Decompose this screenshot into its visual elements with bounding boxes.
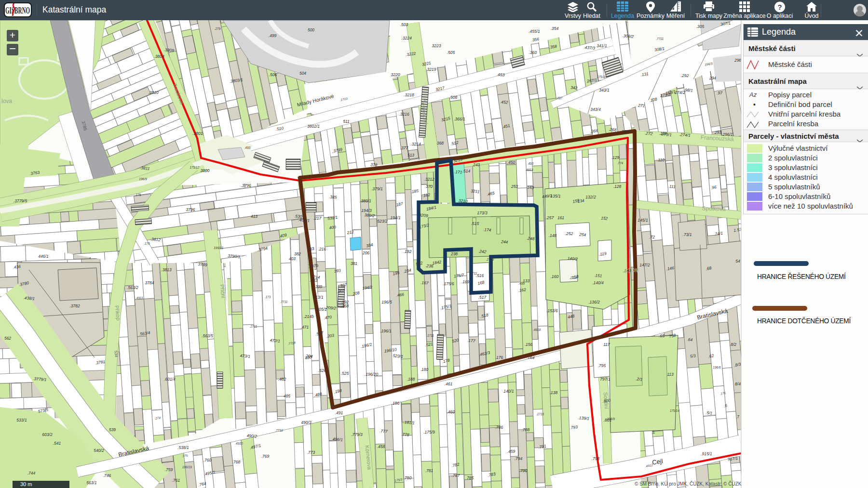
svg-text:.7718: .7718 — [275, 429, 283, 432]
svg-text:.7711: .7711 — [280, 300, 288, 303]
svg-text:.252: .252 — [565, 231, 573, 236]
svg-text:.503: .503 — [400, 22, 408, 27]
svg-text:132/2: 132/2 — [585, 195, 596, 199]
svg-text:.4913: .4913 — [525, 168, 533, 171]
svg-text:196/13: 196/13 — [214, 246, 223, 250]
svg-text:140/1: 140/1 — [503, 389, 514, 394]
svg-text:3796: 3796 — [186, 207, 195, 212]
svg-text:.188: .188 — [407, 377, 415, 382]
svg-text:.450: .450 — [507, 160, 515, 165]
svg-text:147/2: 147/2 — [639, 263, 650, 267]
svg-text:3219: 3219 — [427, 67, 436, 72]
svg-text:298: 298 — [734, 58, 741, 63]
svg-text:.798: .798 — [592, 456, 600, 461]
svg-text:.779/3: .779/3 — [351, 432, 363, 437]
svg-text:500: 500 — [308, 27, 314, 32]
svg-text:.175/6: .175/6 — [443, 281, 454, 286]
svg-text:382: 382 — [294, 251, 301, 256]
svg-text:.274/1: .274/1 — [679, 132, 691, 138]
svg-text:.2718: .2718 — [570, 276, 578, 279]
svg-text:.563/5: .563/5 — [202, 333, 213, 338]
svg-text:.377: .377 — [400, 145, 408, 150]
svg-text:.601/4: .601/4 — [164, 377, 176, 382]
svg-text:.111: .111 — [668, 184, 676, 189]
svg-text:?: ? — [777, 3, 782, 11]
svg-text:.214b: .214b — [303, 314, 314, 319]
svg-text:378: 378 — [370, 162, 378, 167]
svg-text:117: 117 — [603, 342, 610, 347]
svg-text:175/12: 175/12 — [190, 166, 199, 169]
svg-text:.272: .272 — [645, 131, 653, 136]
svg-text:.380/1: .380/1 — [360, 198, 371, 203]
svg-text:238: 238 — [450, 251, 458, 256]
svg-text:206: 206 — [362, 251, 369, 255]
svg-text:.471: .471 — [301, 325, 309, 330]
svg-text:.3809: .3809 — [163, 47, 174, 53]
svg-text:.3801: .3801 — [192, 131, 203, 136]
svg-text:.308/2: .308/2 — [622, 33, 634, 39]
svg-text:.3214: .3214 — [410, 142, 421, 146]
svg-text:400: 400 — [329, 224, 337, 230]
svg-text:.96: .96 — [710, 185, 717, 190]
svg-text:244: 244 — [501, 239, 508, 244]
svg-text:213/1: 213/1 — [312, 295, 324, 300]
svg-text:.176: .176 — [495, 355, 503, 360]
svg-text:.2/1: .2/1 — [636, 376, 643, 382]
svg-text:.64: .64 — [687, 337, 693, 343]
svg-text:.437/3: .437/3 — [583, 45, 596, 51]
svg-text:.3779/5: .3779/5 — [14, 198, 27, 203]
svg-text:Cejl: Cejl — [651, 458, 663, 466]
svg-text:.563/2: .563/2 — [127, 285, 138, 290]
svg-text:370: 370 — [426, 184, 433, 189]
svg-text:.156: .156 — [525, 342, 533, 347]
svg-text:3210: 3210 — [458, 198, 468, 204]
svg-text:.452: .452 — [500, 99, 509, 105]
svg-text:.180: .180 — [420, 367, 429, 372]
svg-text:393: 393 — [334, 268, 341, 274]
svg-text:513: 513 — [407, 153, 414, 158]
svg-text:.517: .517 — [478, 295, 487, 300]
svg-text:.3218: .3218 — [404, 92, 414, 97]
svg-text:.778: .778 — [401, 432, 410, 437]
svg-text:.169: .169 — [461, 279, 470, 284]
svg-text:3223: 3223 — [432, 43, 441, 48]
svg-text:Příční: Příční — [219, 284, 226, 299]
svg-text:.2711: .2711 — [249, 325, 257, 328]
svg-text:.499: .499 — [518, 282, 525, 285]
svg-text:.459: .459 — [507, 449, 515, 454]
svg-text:.786: .786 — [495, 425, 503, 430]
svg-text:473/1: 473/1 — [240, 353, 250, 359]
svg-text:145/1: 145/1 — [637, 218, 648, 223]
svg-text:.4918: .4918 — [533, 328, 541, 331]
svg-text:163: 163 — [527, 185, 534, 190]
svg-text:.217: .217 — [313, 216, 322, 221]
svg-text:196/19: 196/19 — [182, 465, 192, 469]
svg-text:.482: .482 — [278, 377, 286, 382]
svg-text:3211: 3211 — [471, 188, 480, 194]
svg-text:.3810: .3810 — [148, 90, 159, 95]
svg-text:175/16: 175/16 — [597, 75, 607, 79]
svg-text:563/1: 563/1 — [86, 480, 97, 485]
svg-text:.366/1: .366/1 — [454, 117, 465, 121]
svg-text:.173: .173 — [265, 295, 271, 299]
svg-text:.790: .790 — [519, 468, 528, 473]
svg-text:797/1: 797/1 — [600, 377, 610, 382]
svg-text:3802/1: 3802/1 — [307, 124, 320, 129]
svg-text:.768: .768 — [232, 460, 241, 464]
svg-text:3784: 3784 — [145, 280, 154, 285]
svg-text:.780: .780 — [404, 475, 412, 480]
svg-text:212: 212 — [346, 229, 354, 235]
svg-text:.360: .360 — [529, 50, 537, 55]
svg-text:HRANICE ŘEŠENÉHO ÚZEMÍ: HRANICE ŘEŠENÉHO ÚZEMÍ — [757, 273, 846, 280]
svg-text:.497: .497 — [556, 96, 562, 100]
svg-text:196/9: 196/9 — [607, 417, 615, 421]
svg-text:.148: .148 — [549, 233, 557, 238]
svg-text:.760: .760 — [203, 458, 212, 462]
svg-text:.379/1: .379/1 — [371, 186, 383, 191]
svg-text:.781: .781 — [425, 468, 434, 473]
svg-text:273/1: 273/1 — [661, 132, 672, 137]
svg-text:.438/1: .438/1 — [23, 295, 35, 301]
svg-text:.794: .794 — [515, 456, 523, 461]
svg-text:lova: lova — [1, 98, 12, 105]
svg-text:.354: .354 — [551, 26, 559, 31]
